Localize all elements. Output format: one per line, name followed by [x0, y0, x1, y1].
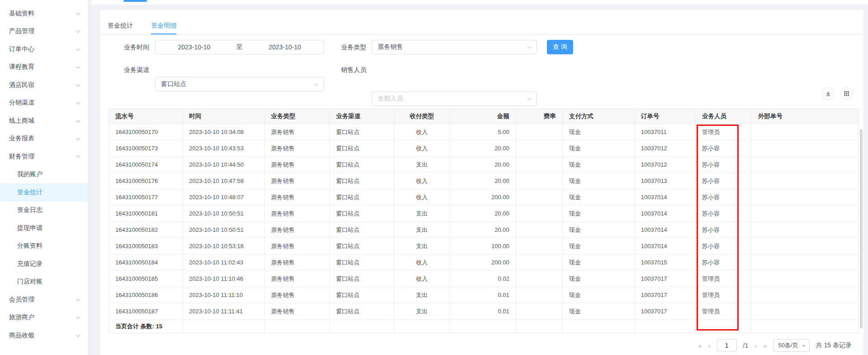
sidebar-item-label: 资金日志	[17, 206, 43, 214]
cell-operator: 苏小容	[696, 140, 752, 156]
table-scrollbar-thumb[interactable]	[860, 129, 863, 328]
table-row: 16431000501702023-10-10 10:34:08票务销售窗口站点…	[109, 124, 858, 140]
date-range-input[interactable]: 2023-10-10 至 2023-10-10	[155, 40, 324, 54]
cell-amount: 20.00	[450, 221, 516, 238]
sidebar-item-线上商城[interactable]: 线上商城	[0, 112, 88, 130]
sidebar-item-label: 财务管理	[9, 153, 34, 161]
sidebar-item-label: 产品管理	[9, 27, 34, 35]
sidebar-item-分账资料[interactable]: 分账资料	[0, 237, 88, 255]
business-type-select[interactable]: 票务销售	[372, 40, 537, 54]
cell-pay-method: 现金	[563, 156, 635, 173]
cell-business-channel: 窗口站点	[330, 238, 394, 254]
sidebar-item-基础资料[interactable]: 基础资料	[0, 5, 88, 23]
date-separator: 至	[233, 43, 247, 51]
chevron-up-icon	[76, 155, 81, 159]
sidebar-item-充值记录[interactable]: 充值记录	[0, 255, 88, 273]
sidebar-item-label: 充值记录	[17, 260, 43, 268]
cell-business-channel: 窗口站点	[330, 270, 394, 287]
column-header-time: 时间	[183, 109, 265, 124]
cell-serial-no: 1643100050187	[109, 303, 183, 319]
sidebar-item-提现申请[interactable]: 提现申请	[0, 219, 88, 237]
sidebar-item-酒店民宿[interactable]: 酒店民宿	[0, 76, 88, 94]
search-button[interactable]: 查询	[547, 40, 573, 54]
cell-business-channel: 窗口站点	[330, 156, 394, 173]
sidebar-item-门店对账[interactable]: 门店对账	[0, 273, 88, 291]
cell-operator	[696, 319, 752, 333]
chevron-down-icon	[76, 46, 81, 51]
cell-serial-no: 1643100050184	[109, 254, 183, 270]
cell-business-type	[265, 319, 330, 333]
sidebar-item-资金统计[interactable]: 资金统计	[0, 183, 88, 201]
next-page-button[interactable]: ›	[754, 342, 757, 350]
cell-business-channel: 窗口站点	[330, 173, 394, 189]
sidebar-item-订单中心[interactable]: 订单中心	[0, 40, 88, 58]
tab-funds-statistics[interactable]: 资金统计	[108, 17, 133, 34]
cell-serial-no: 1643100050177	[109, 189, 183, 205]
cell-pay-method: 现金	[563, 124, 635, 140]
cell-serial-no: 1643100050174	[109, 156, 183, 173]
sidebar-item-商品收银[interactable]: 商品收银	[0, 326, 88, 345]
cell-inout-type: 支出	[394, 156, 450, 173]
sidebar-item-label: 线上商城	[9, 117, 34, 125]
table-row: 16431000501832023-10-10 10:53:16票务销售窗口站点…	[109, 238, 858, 254]
cell-business-channel: 窗口站点	[330, 303, 394, 319]
cell-time: 2023-10-10 11:11:41	[183, 303, 265, 319]
end-date-value[interactable]: 2023-10-10	[247, 43, 324, 51]
sidebar-item-会员管理[interactable]: 会员管理	[0, 291, 88, 309]
sidebar-item-资金日志[interactable]: 资金日志	[0, 201, 88, 220]
sidebar-item-课程教育[interactable]: 课程教育	[0, 58, 88, 77]
cell-business-channel	[330, 319, 394, 333]
column-header-serial-no: 流水号	[109, 109, 183, 124]
cell-amount: 5.00	[450, 124, 516, 140]
column-header-external-no: 外部单号	[752, 109, 859, 124]
business-time-label: 业务时间	[118, 40, 149, 54]
cell-business-channel: 窗口站点	[330, 140, 394, 156]
cell-inout-type: 支出	[394, 238, 450, 254]
cell-serial-no: 1643100050186	[109, 287, 183, 303]
business-type-label: 业务类型	[335, 40, 366, 54]
sales-person-select[interactable]: 全部人员	[372, 91, 537, 106]
cell-serial-no: 1643100050170	[109, 124, 183, 140]
sidebar-item-分销渠道[interactable]: 分销渠道	[0, 94, 88, 112]
table-row: 16431000501862023-10-10 11:11:10票务销售窗口站点…	[109, 287, 858, 303]
cell-operator: 管理员	[696, 270, 752, 287]
cell-business-type: 票务销售	[265, 254, 330, 270]
cell-serial-no: 1643100050182	[109, 221, 183, 238]
sidebar-item-label: 提现申请	[17, 224, 43, 232]
last-page-button[interactable]: »	[763, 342, 767, 350]
chevron-down-icon	[76, 29, 81, 33]
sidebar-item-业务报表[interactable]: 业务报表	[0, 130, 88, 148]
column-header-fee-rate: 费率	[516, 109, 563, 124]
sidebar-item-label: 课程教育	[9, 63, 34, 71]
chevron-down-icon	[76, 332, 81, 337]
cell-business-type: 票务销售	[265, 189, 330, 205]
top-nav-active-underline	[123, 0, 147, 2]
prev-page-button[interactable]: ‹	[708, 342, 711, 350]
cell-serial-no: 1643100050185	[109, 270, 183, 287]
sidebar-item-旅游商户[interactable]: 旅游商户	[0, 309, 88, 327]
cell-fee-rate	[516, 238, 563, 254]
sidebar-item-产品管理[interactable]: 产品管理	[0, 23, 88, 41]
sidebar-item-财务管理[interactable]: 财务管理	[0, 148, 88, 166]
cell-serial-no: 1643100050181	[109, 205, 183, 221]
download-button[interactable]	[822, 87, 834, 100]
page-number-input[interactable]: 1	[717, 339, 737, 352]
tab-funds-detail[interactable]: 资金明细	[151, 17, 176, 34]
sidebar-item-我的账户[interactable]: 我的账户	[0, 166, 88, 184]
page-size-select[interactable]: 50条/页	[773, 339, 810, 352]
cell-inout-type: 支出	[394, 303, 450, 319]
column-settings-button[interactable]	[840, 87, 853, 100]
start-date-value[interactable]: 2023-10-10	[156, 43, 233, 51]
cell-amount: 200.00	[450, 189, 516, 205]
first-page-button[interactable]: «	[698, 342, 702, 350]
cell-fee-rate	[516, 205, 563, 221]
business-channel-select[interactable]: 窗口站点	[155, 77, 324, 91]
cell-amount: 100.00	[450, 238, 516, 254]
cell-business-channel: 窗口站点	[330, 205, 394, 221]
cell-business-channel: 窗口站点	[330, 254, 394, 270]
cell-serial-no: 1643100050176	[109, 173, 183, 189]
cell-business-type: 票务销售	[265, 173, 330, 189]
column-header-inout-type: 收付类型	[394, 109, 450, 124]
sales-person-placeholder: 全部人员	[378, 95, 403, 103]
cell-amount: 20.00	[450, 173, 516, 189]
